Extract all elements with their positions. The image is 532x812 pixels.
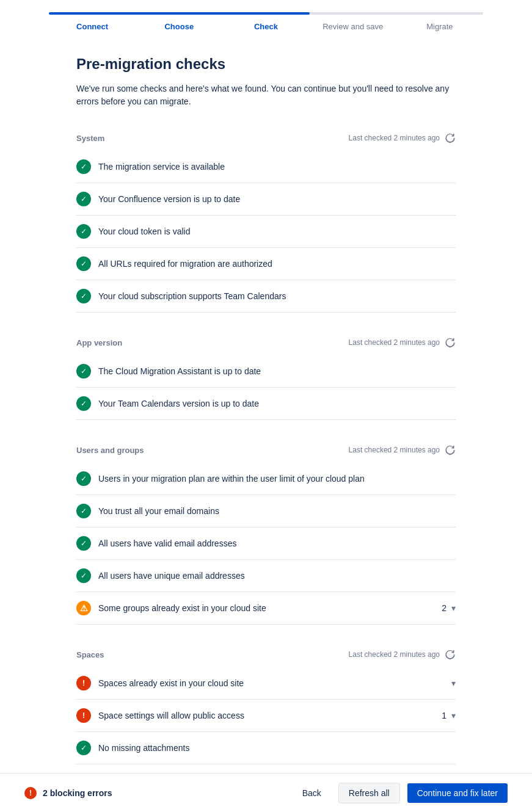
success-icon: ✓ bbox=[76, 396, 91, 411]
stepper-track bbox=[49, 12, 483, 15]
step-choose: Choose bbox=[136, 22, 222, 31]
check-text: The Cloud Migration Assistant is up to d… bbox=[98, 366, 456, 376]
check-count: 1 bbox=[442, 711, 446, 720]
check-text: You trust all your email domains bbox=[98, 506, 456, 516]
check-text: Space settings will allow public access bbox=[98, 711, 442, 720]
warning-icon: ⚠ bbox=[76, 601, 91, 615]
section-app-version: App version Last checked 2 minutes ago ✓… bbox=[76, 337, 456, 420]
footer-error-icon: ! bbox=[24, 787, 37, 799]
check-item-public-access[interactable]: ! Space settings will allow public acces… bbox=[76, 700, 456, 732]
check-item-email-domains: ✓ You trust all your email domains bbox=[76, 495, 456, 527]
check-item-team-calendars: ✓ Your cloud subscription supports Team … bbox=[76, 280, 456, 313]
section-spaces: Spaces Last checked 2 minutes ago ! Spac… bbox=[76, 649, 456, 764]
error-icon: ! bbox=[76, 708, 91, 723]
continue-fix-later-button[interactable]: Continue and fix later bbox=[407, 783, 508, 803]
back-button[interactable]: Back bbox=[293, 783, 331, 803]
success-icon: ✓ bbox=[76, 256, 91, 271]
section-users-groups-last-checked: Last checked 2 minutes ago bbox=[349, 446, 440, 454]
stepper-fill bbox=[49, 12, 310, 15]
chevron-down-icon: ▾ bbox=[451, 678, 456, 688]
section-system-meta: Last checked 2 minutes ago bbox=[349, 132, 456, 143]
section-system-last-checked: Last checked 2 minutes ago bbox=[349, 134, 440, 142]
success-icon: ✓ bbox=[76, 741, 91, 755]
check-text: Your Confluence version is up to date bbox=[98, 194, 456, 204]
section-system-header: System Last checked 2 minutes ago bbox=[76, 132, 456, 143]
check-text: Your Team Calendars version is up to dat… bbox=[98, 399, 456, 408]
check-text: Your cloud token is valid bbox=[98, 227, 456, 236]
section-app-version-header: App version Last checked 2 minutes ago bbox=[76, 337, 456, 348]
app-version-refresh-icon[interactable] bbox=[445, 337, 456, 348]
check-item-spaces-exist[interactable]: ! Spaces already exist in your cloud sit… bbox=[76, 667, 456, 700]
success-icon: ✓ bbox=[76, 568, 91, 583]
chevron-down-icon: ▾ bbox=[451, 711, 456, 720]
check-item-valid-emails: ✓ All users have valid email addresses bbox=[76, 527, 456, 560]
section-users-groups-title: Users and groups bbox=[76, 446, 144, 455]
step-migrate: Migrate bbox=[396, 22, 483, 31]
success-icon: ✓ bbox=[76, 504, 91, 518]
footer-error-text: 2 blocking errors bbox=[43, 788, 112, 798]
chevron-down-icon: ▾ bbox=[451, 603, 456, 613]
section-users-groups: Users and groups Last checked 2 minutes … bbox=[76, 444, 456, 625]
success-icon: ✓ bbox=[76, 224, 91, 239]
section-users-groups-header: Users and groups Last checked 2 minutes … bbox=[76, 444, 456, 455]
section-system-title: System bbox=[76, 134, 104, 143]
footer-bar: ! 2 blocking errors Back Refresh all Con… bbox=[0, 773, 532, 812]
section-spaces-meta: Last checked 2 minutes ago bbox=[349, 649, 456, 660]
section-system: System Last checked 2 minutes ago ✓ The … bbox=[76, 132, 456, 313]
error-icon: ! bbox=[76, 676, 91, 691]
check-item-tc-version: ✓ Your Team Calendars version is up to d… bbox=[76, 388, 456, 420]
section-spaces-title: Spaces bbox=[76, 650, 104, 659]
check-item-migration-service: ✓ The migration service is available bbox=[76, 151, 456, 183]
main-content: Pre-migration checks We've run some chec… bbox=[0, 31, 532, 812]
check-item-unique-emails: ✓ All users have unique email addresses bbox=[76, 560, 456, 592]
check-item-groups-exist[interactable]: ⚠ Some groups already exist in your clou… bbox=[76, 592, 456, 625]
section-app-version-last-checked: Last checked 2 minutes ago bbox=[349, 338, 440, 347]
footer-right: Back Refresh all Continue and fix later bbox=[293, 783, 508, 803]
section-app-version-title: App version bbox=[76, 338, 122, 347]
success-icon: ✓ bbox=[76, 159, 91, 174]
users-groups-refresh-icon[interactable] bbox=[445, 444, 456, 455]
success-icon: ✓ bbox=[76, 289, 91, 303]
check-text: All URLs required for migration are auth… bbox=[98, 259, 456, 269]
check-text: No missing attachments bbox=[98, 743, 456, 753]
check-item-user-limit: ✓ Users in your migration plan are withi… bbox=[76, 463, 456, 495]
check-text: Users in your migration plan are within … bbox=[98, 474, 456, 484]
section-users-groups-meta: Last checked 2 minutes ago bbox=[349, 444, 456, 455]
step-review: Review and save bbox=[310, 22, 396, 31]
check-text: Some groups already exist in your cloud … bbox=[98, 603, 442, 613]
check-item-urls: ✓ All URLs required for migration are au… bbox=[76, 248, 456, 280]
success-icon: ✓ bbox=[76, 192, 91, 206]
check-item-cloud-token: ✓ Your cloud token is valid bbox=[76, 216, 456, 248]
page-description: We've run some checks and here's what we… bbox=[76, 82, 456, 108]
footer-left: ! 2 blocking errors bbox=[24, 787, 112, 799]
success-icon: ✓ bbox=[76, 536, 91, 551]
success-icon: ✓ bbox=[76, 471, 91, 486]
check-text: All users have unique email addresses bbox=[98, 571, 456, 581]
success-icon: ✓ bbox=[76, 364, 91, 379]
spaces-refresh-icon[interactable] bbox=[445, 649, 456, 660]
section-spaces-header: Spaces Last checked 2 minutes ago bbox=[76, 649, 456, 660]
check-item-cma: ✓ The Cloud Migration Assistant is up to… bbox=[76, 355, 456, 388]
check-text: All users have valid email addresses bbox=[98, 538, 456, 548]
check-item-no-missing-attachments: ✓ No missing attachments bbox=[76, 732, 456, 764]
section-app-version-meta: Last checked 2 minutes ago bbox=[349, 337, 456, 348]
check-count: 2 bbox=[442, 603, 446, 613]
refresh-all-button[interactable]: Refresh all bbox=[338, 783, 400, 803]
step-connect: Connect bbox=[49, 22, 136, 31]
check-text: Spaces already exist in your cloud site bbox=[98, 678, 451, 688]
page-title: Pre-migration checks bbox=[76, 56, 456, 73]
stepper-labels: Connect Choose Check Review and save Mig… bbox=[49, 22, 483, 31]
check-text: Your cloud subscription supports Team Ca… bbox=[98, 291, 456, 301]
check-text: The migration service is available bbox=[98, 162, 456, 172]
stepper: Connect Choose Check Review and save Mig… bbox=[0, 0, 532, 31]
system-refresh-icon[interactable] bbox=[445, 132, 456, 143]
section-spaces-last-checked: Last checked 2 minutes ago bbox=[349, 650, 440, 659]
check-item-confluence-version: ✓ Your Confluence version is up to date bbox=[76, 183, 456, 216]
step-check: Check bbox=[222, 22, 309, 31]
